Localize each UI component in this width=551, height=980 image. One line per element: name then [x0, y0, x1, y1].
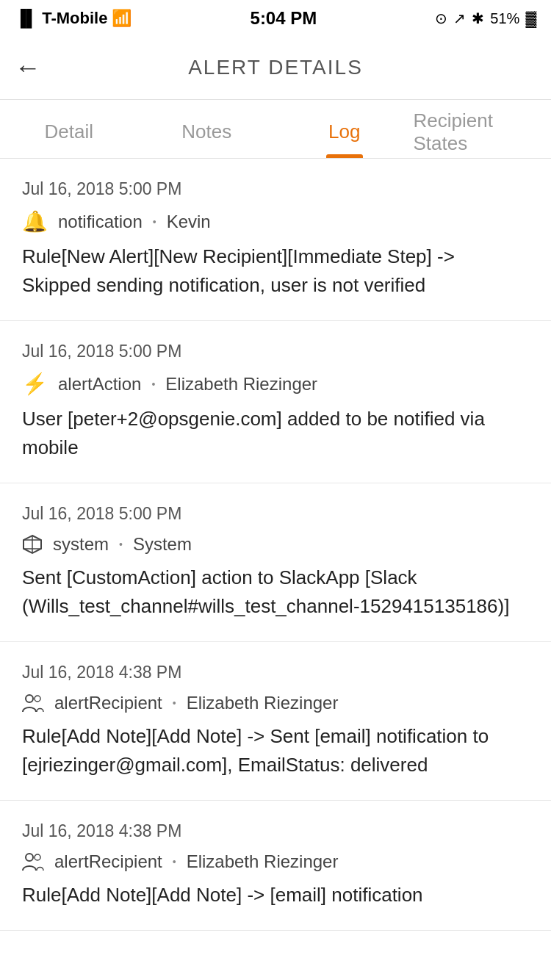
log-meta: system • System — [22, 534, 529, 555]
log-type: system — [53, 534, 109, 555]
bell-icon: 🔔 — [22, 209, 48, 234]
log-actor: Elizabeth Riezinger — [187, 851, 339, 872]
svg-point-6 — [26, 854, 33, 861]
tab-log[interactable]: Log — [276, 100, 414, 158]
status-time: 5:04 PM — [251, 8, 317, 29]
log-meta: alertRecipient • Elizabeth Riezinger — [22, 851, 529, 872]
svg-point-5 — [35, 696, 40, 702]
location-icon: ↗ — [453, 10, 466, 27]
signal-bars: ▐▌ — [15, 9, 37, 28]
log-meta: 🔔 notification • Kevin — [22, 209, 529, 234]
log-actor: Kevin — [167, 212, 211, 232]
battery-icon: ▓ — [525, 10, 536, 27]
log-dot: • — [119, 538, 123, 550]
log-actor: System — [133, 534, 192, 555]
log-message: Rule[New Alert][New Recipient][Immediate… — [22, 242, 529, 300]
screen-lock-icon: ⊙ — [435, 10, 447, 27]
header: ← ALERT DETAILS — [0, 35, 551, 100]
tab-notes[interactable]: Notes — [138, 100, 276, 158]
tab-detail[interactable]: Detail — [0, 100, 138, 158]
log-list: Jul 16, 2018 5:00 PM 🔔 notification • Ke… — [0, 159, 551, 931]
log-entry: Jul 16, 2018 5:00 PM system • System Sen… — [0, 483, 551, 642]
log-actor: Elizabeth Riezinger — [165, 374, 317, 394]
log-type: notification — [58, 212, 143, 232]
log-entry: Jul 16, 2018 4:38 PM alertRecipient • El… — [0, 642, 551, 801]
log-dot: • — [151, 378, 155, 390]
back-button[interactable]: ← — [15, 52, 41, 83]
log-type: alertRecipient — [54, 851, 162, 872]
log-actor: Elizabeth Riezinger — [187, 693, 339, 713]
cube-icon — [22, 534, 43, 555]
carrier-name: T-Mobile — [42, 9, 107, 28]
log-type: alertAction — [58, 374, 141, 394]
log-entry: Jul 16, 2018 5:00 PM 🔔 notification • Ke… — [0, 159, 551, 321]
log-timestamp: Jul 16, 2018 4:38 PM — [22, 821, 529, 841]
log-message: Rule[Add Note][Add Note] -> [email] noti… — [22, 881, 529, 909]
tab-detail-label: Detail — [45, 120, 93, 143]
bolt-icon: ⚡ — [22, 372, 48, 396]
log-timestamp: Jul 16, 2018 5:00 PM — [22, 179, 529, 199]
log-meta: ⚡ alertAction • Elizabeth Riezinger — [22, 372, 529, 396]
log-timestamp: Jul 16, 2018 4:38 PM — [22, 663, 529, 682]
tab-log-label: Log — [328, 120, 360, 143]
page-title: ALERT DETAILS — [188, 56, 363, 79]
status-right: ⊙ ↗ ✱ 51% ▓ — [435, 10, 536, 27]
log-timestamp: Jul 16, 2018 5:00 PM — [22, 504, 529, 524]
svg-point-4 — [26, 695, 33, 702]
wifi-icon: 📶 — [112, 9, 132, 28]
bluetooth-icon: ✱ — [472, 10, 484, 27]
log-type: alertRecipient — [54, 693, 162, 713]
log-timestamp: Jul 16, 2018 5:00 PM — [22, 342, 529, 361]
log-meta: alertRecipient • Elizabeth Riezinger — [22, 693, 529, 713]
people-icon — [22, 693, 44, 713]
log-dot: • — [173, 697, 176, 709]
battery-percent: 51% — [490, 10, 519, 27]
tab-recipient-states[interactable]: Recipient States — [414, 100, 552, 158]
log-message: Rule[Add Note][Add Note] -> Sent [email]… — [22, 722, 529, 779]
log-entry: Jul 16, 2018 4:38 PM alertRecipient • El… — [0, 801, 551, 931]
status-bar: ▐▌ T-Mobile 📶 5:04 PM ⊙ ↗ ✱ 51% ▓ — [0, 0, 551, 35]
log-dot: • — [153, 216, 156, 228]
svg-point-7 — [35, 854, 40, 860]
tab-notes-label: Notes — [181, 120, 231, 143]
people-icon — [22, 851, 44, 872]
log-message: User [peter+2@opsgenie.com] added to be … — [22, 405, 529, 462]
log-entry: Jul 16, 2018 5:00 PM ⚡ alertAction • Eli… — [0, 321, 551, 483]
carrier-signal: ▐▌ T-Mobile 📶 — [15, 9, 132, 28]
log-message: Sent [CustomAction] action to SlackApp [… — [22, 563, 529, 621]
log-dot: • — [173, 856, 176, 868]
tab-bar: Detail Notes Log Recipient States — [0, 100, 551, 159]
tab-active-indicator — [326, 154, 363, 158]
tab-recipient-states-label: Recipient States — [414, 109, 552, 155]
